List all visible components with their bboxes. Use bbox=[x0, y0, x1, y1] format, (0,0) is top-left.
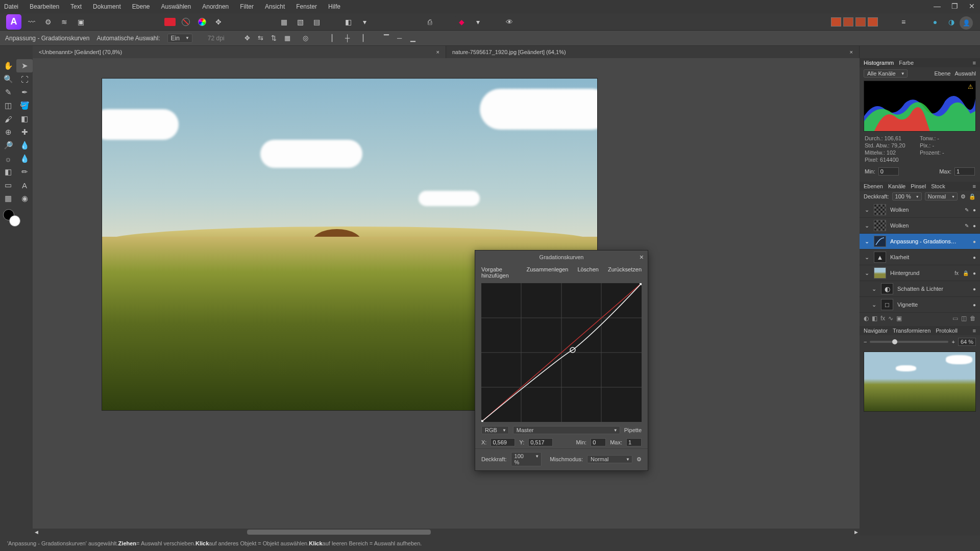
opacity-combo[interactable]: 100 % bbox=[892, 192, 922, 201]
smudge-tool-icon[interactable]: 💧 bbox=[16, 152, 33, 165]
arrange-forward-icon[interactable] bbox=[843, 17, 853, 27]
histogram-warning-icon[interactable]: ⚠ bbox=[968, 83, 973, 90]
transform-move-icon[interactable]: ✥ bbox=[242, 33, 253, 44]
delete-layer-icon[interactable]: 🗑 bbox=[970, 315, 976, 322]
menu-item[interactable]: Hilfe bbox=[328, 3, 340, 10]
layer-badge-icon[interactable]: ● bbox=[973, 207, 976, 213]
layer-expand-icon[interactable]: ⌄ bbox=[864, 207, 870, 213]
pencil-tool-icon[interactable]: ✏ bbox=[16, 165, 33, 179]
x-input[interactable] bbox=[491, 438, 515, 446]
transform-flip-h-icon[interactable]: ⇆ bbox=[255, 33, 266, 44]
panel-menu-icon[interactable]: ≡ bbox=[973, 183, 976, 189]
layer-row[interactable]: ⌄Wolken✎● bbox=[860, 202, 980, 218]
group-icon[interactable]: ▭ bbox=[952, 315, 958, 322]
layer-badge-icon[interactable]: ● bbox=[973, 302, 976, 308]
panel-tab-layers[interactable]: Ebenen bbox=[864, 183, 883, 189]
layer-badge-icon[interactable]: ● bbox=[973, 223, 976, 229]
dialog-close-icon[interactable]: × bbox=[640, 253, 644, 261]
window-close-icon[interactable]: ✕ bbox=[968, 2, 976, 10]
arrange-front-icon[interactable] bbox=[831, 17, 841, 27]
window-maximize-icon[interactable]: ❐ bbox=[950, 2, 959, 10]
selection-tool-icon[interactable]: ◫ bbox=[0, 99, 16, 112]
crop-tool-icon[interactable]: ⛶ bbox=[16, 72, 33, 86]
layer-badge-icon[interactable]: ● bbox=[973, 286, 976, 292]
blend-combo[interactable]: Normal bbox=[587, 455, 632, 463]
zoom-in-icon[interactable]: + bbox=[951, 339, 954, 345]
histo-selection-button[interactable]: Auswahl bbox=[954, 70, 976, 77]
brush-tool-icon[interactable]: ✎ bbox=[0, 86, 16, 99]
bool-add-icon[interactable]: ● bbox=[929, 16, 941, 28]
blend-combo[interactable]: Normal bbox=[925, 192, 958, 201]
align-bottom-icon[interactable]: ▁ bbox=[407, 33, 419, 44]
zoom-slider[interactable] bbox=[870, 341, 948, 343]
panel-tab-navigator[interactable]: Navigator bbox=[864, 328, 888, 334]
move-tool-icon[interactable]: ➤ bbox=[16, 59, 33, 72]
preview-icon[interactable]: 👁 bbox=[503, 16, 516, 28]
snap-grid-icon[interactable]: ▦ bbox=[278, 16, 290, 28]
window-minimize-icon[interactable]: — bbox=[933, 2, 941, 10]
picker-icon[interactable]: ✥ bbox=[212, 16, 225, 28]
opacity-combo[interactable]: 100 % bbox=[511, 452, 542, 466]
panel-tab-transform[interactable]: Transformieren bbox=[893, 328, 930, 334]
panel-tab-histogram[interactable]: Histogramm bbox=[864, 60, 894, 66]
scroll-right-icon[interactable]: ▶ bbox=[852, 529, 860, 536]
layer-badge-icon[interactable]: fx bbox=[954, 270, 959, 276]
tab-close-icon[interactable]: × bbox=[819, 49, 853, 55]
persona-develop-icon[interactable]: ⚙ bbox=[42, 16, 54, 28]
panel-tab-brushes[interactable]: Pinsel bbox=[911, 183, 926, 189]
curves-graph[interactable] bbox=[481, 283, 642, 422]
zoom-tool-icon[interactable]: 🔎 bbox=[0, 139, 16, 152]
curves-dialog[interactable]: Gradationskurven × Vorgabe hinzufügen Zu… bbox=[475, 250, 648, 471]
layer-row[interactable]: ⌄◐Schatten & Lichter● bbox=[860, 281, 980, 297]
snap-off-icon[interactable]: ▧ bbox=[294, 16, 306, 28]
adjust-icon[interactable]: ◧ bbox=[872, 315, 877, 322]
layer-expand-icon[interactable]: ⌄ bbox=[871, 302, 877, 308]
layer-badge-icon[interactable]: ● bbox=[973, 270, 976, 276]
layer-lock-icon[interactable]: 🔒 bbox=[969, 193, 976, 200]
align-left-icon[interactable]: ▏ bbox=[329, 33, 340, 44]
bool-sub-icon[interactable]: ◑ bbox=[945, 16, 958, 28]
tab-close-icon[interactable]: × bbox=[406, 49, 439, 55]
layer-badge-icon[interactable]: ● bbox=[973, 239, 976, 244]
hand-tool-icon[interactable]: ✋ bbox=[0, 59, 16, 72]
menu-item[interactable]: Anordnen bbox=[202, 3, 229, 10]
add-layer-icon[interactable]: ◫ bbox=[961, 315, 967, 322]
pipette-button[interactable]: Pipette bbox=[624, 427, 642, 433]
color-swatches[interactable] bbox=[0, 208, 33, 229]
layer-row[interactable]: ⌄Hintergrundfx🔒● bbox=[860, 265, 980, 281]
menu-item[interactable]: Ebene bbox=[132, 3, 150, 10]
menu-item[interactable]: Datei bbox=[4, 3, 18, 10]
align-top-icon[interactable]: ▔ bbox=[381, 33, 392, 44]
curves-icon[interactable]: ∿ bbox=[888, 315, 893, 322]
persona-export-icon[interactable]: ▣ bbox=[75, 16, 87, 28]
min-input[interactable] bbox=[591, 438, 606, 446]
delete-button[interactable]: Löschen bbox=[577, 266, 599, 279]
layer-row[interactable]: ⌄Wolken✎● bbox=[860, 218, 980, 234]
navigator-preview[interactable] bbox=[864, 352, 976, 412]
flood-tool-icon[interactable]: 🪣 bbox=[16, 99, 33, 112]
panel-tab-color[interactable]: Farbe bbox=[899, 60, 914, 66]
document-tab[interactable]: nature-7595617_1920.jpg [Geändert] (64,1… bbox=[446, 46, 860, 58]
text-tool-icon[interactable]: A bbox=[16, 179, 33, 192]
menu-item[interactable]: Auswählen bbox=[161, 3, 191, 10]
menu-item[interactable]: Filter bbox=[240, 3, 254, 10]
max-input[interactable] bbox=[626, 438, 642, 446]
layer-gear-icon[interactable]: ⚙ bbox=[961, 193, 966, 200]
layer-badge-icon[interactable]: ● bbox=[973, 255, 976, 260]
menu-item[interactable]: Bearbeiten bbox=[30, 3, 59, 10]
mask-icon[interactable]: ◐ bbox=[864, 315, 869, 322]
quickmask-chevron-icon[interactable]: ▾ bbox=[358, 16, 371, 28]
arrange-backward-icon[interactable] bbox=[855, 17, 866, 27]
dialog-titlebar[interactable]: Gradationskurven × bbox=[475, 251, 648, 264]
snap-guides-icon[interactable]: ▤ bbox=[310, 16, 323, 28]
clone-tool-icon[interactable]: ⊕ bbox=[0, 126, 16, 139]
scroll-left-icon[interactable]: ◀ bbox=[33, 529, 40, 536]
channel-combo[interactable]: Master bbox=[513, 426, 620, 434]
assist-icon[interactable]: ◆ bbox=[455, 16, 468, 28]
panel-tab-stock[interactable]: Stock bbox=[931, 183, 945, 189]
account-avatar-icon[interactable]: 👤 bbox=[960, 16, 973, 30]
shape-tool-icon[interactable]: ▭ bbox=[0, 179, 16, 192]
mesh-tool-icon[interactable]: ▦ bbox=[0, 192, 16, 205]
transform-grid-icon[interactable]: ▦ bbox=[282, 33, 293, 44]
horizontal-scrollbar[interactable]: ◀ ▶ bbox=[33, 529, 860, 536]
